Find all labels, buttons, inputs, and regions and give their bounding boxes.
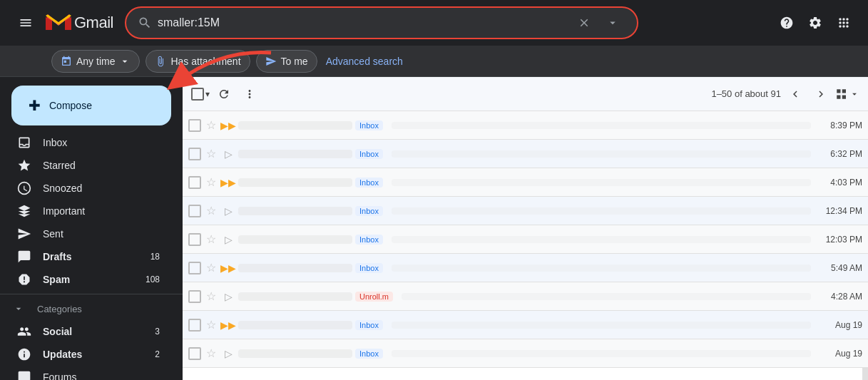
email-row[interactable]: ☆ ▶▶ Inbox Aug 19	[183, 311, 868, 339]
subject-3	[392, 179, 811, 186]
time-5: 12:03 PM	[820, 235, 862, 245]
select-dropdown-button[interactable]: ▾	[205, 89, 210, 99]
subject-7	[402, 293, 811, 300]
email-row[interactable]: ☆ ▷ Inbox Aug 19	[183, 339, 868, 368]
label-3: Inbox	[355, 178, 383, 188]
time-9: Aug 19	[820, 349, 862, 359]
sidebar-item-drafts[interactable]: Drafts 18	[0, 245, 171, 268]
expand-icon	[11, 303, 26, 314]
updates-label: Updates	[43, 349, 143, 360]
time-4: 12:34 PM	[820, 206, 862, 216]
search-options-dropdown[interactable]	[600, 10, 626, 36]
next-page-button[interactable]	[810, 83, 832, 106]
to-me-label: To me	[281, 56, 308, 67]
gmail-logo: Gmail	[46, 10, 113, 36]
menu-icon[interactable]	[11, 9, 40, 37]
forward-icon-9: ▷	[221, 346, 235, 361]
apps-button[interactable]	[831, 10, 857, 36]
email-row[interactable]: ☆ ▷ Unroll.m 4:28 AM	[183, 282, 868, 311]
main: ✚ Compose Inbox Starred Snoozed Im	[0, 77, 868, 380]
email-row[interactable]: ☆ ▶▶ Inbox 8:39 PM	[183, 111, 868, 140]
email-row[interactable]: ☆ ▶▶ Inbox 4:03 PM	[183, 168, 868, 197]
label-9: Inbox	[355, 349, 383, 359]
star-button-7[interactable]: ☆	[204, 289, 218, 304]
search-icon	[138, 16, 152, 30]
sender-8	[238, 321, 352, 329]
more-options-button[interactable]	[238, 83, 261, 106]
forums-icon	[17, 370, 31, 380]
email-row[interactable]: ☆ ▶▶ Inbox 5:49 AM	[183, 254, 868, 282]
topbar-right	[774, 10, 857, 36]
header-actions: ▾	[191, 83, 261, 106]
star-button-9[interactable]: ☆	[204, 346, 218, 361]
any-time-dropdown-icon	[119, 56, 131, 67]
clear-search-button[interactable]	[571, 10, 597, 36]
sender-4	[238, 207, 352, 215]
row-checkbox-9[interactable]	[188, 347, 201, 360]
pagination: 1–50 of about 91	[711, 83, 859, 106]
sidebar-item-snoozed[interactable]: Snoozed	[0, 177, 171, 200]
row-checkbox-6[interactable]	[188, 262, 201, 274]
row-checkbox-8[interactable]	[188, 319, 201, 332]
row-checkbox-5[interactable]	[188, 233, 201, 246]
advanced-search-link[interactable]: Advanced search	[326, 56, 403, 67]
email-row[interactable]: ☆ ▷ Inbox 12:03 PM	[183, 225, 868, 254]
star-button-2[interactable]: ☆	[204, 147, 218, 161]
sidebar-item-inbox[interactable]: Inbox	[0, 131, 171, 154]
row-checkbox-2[interactable]	[188, 148, 201, 160]
sidebar-item-updates[interactable]: Updates 2	[0, 343, 171, 366]
forward-icon-2: ▷	[221, 147, 235, 161]
forward-icon-3: ▶▶	[221, 175, 235, 190]
help-button[interactable]	[774, 10, 800, 36]
settings-button[interactable]	[802, 10, 828, 36]
drafts-label: Drafts	[43, 251, 139, 262]
prev-page-button[interactable]	[784, 83, 807, 106]
star-button-3[interactable]: ☆	[204, 175, 218, 190]
updates-icon	[17, 347, 31, 361]
forward-icon-8: ▶▶	[221, 318, 235, 332]
sidebar-item-starred[interactable]: Starred	[0, 154, 171, 177]
sidebar-item-important[interactable]: Important	[0, 200, 171, 222]
sidebar-item-social[interactable]: Social 3	[0, 320, 171, 343]
label-2: Inbox	[355, 149, 383, 159]
refresh-button[interactable]	[213, 83, 235, 106]
email-list-rows: ☆ ▶▶ Inbox 8:39 PM ☆ ▷ Inbox 6:32 PM ☆ ▶…	[183, 111, 868, 368]
sidebar-item-forums[interactable]: Forums	[0, 366, 171, 380]
to-me-filter[interactable]: To me	[256, 50, 317, 73]
spam-count: 108	[145, 274, 160, 284]
star-button-6[interactable]: ☆	[204, 261, 218, 275]
has-attachment-label: Has attachment	[170, 56, 240, 67]
email-list-container: ▾ 1–50 of about 91	[183, 77, 868, 380]
row-checkbox-1[interactable]	[188, 119, 201, 132]
forward-icon-1: ▶▶	[221, 118, 235, 133]
any-time-filter[interactable]: Any time	[51, 50, 140, 73]
time-7: 4:28 AM	[820, 292, 862, 302]
label-5: Inbox	[355, 235, 383, 245]
compose-button[interactable]: ✚ Compose	[11, 86, 171, 125]
select-all-checkbox[interactable]	[191, 88, 204, 101]
star-button-1[interactable]: ☆	[204, 118, 218, 133]
email-row[interactable]: ☆ ▷ Inbox 6:32 PM	[183, 140, 868, 168]
label-7: Unroll.m	[355, 292, 393, 302]
star-button-4[interactable]: ☆	[204, 204, 218, 218]
star-button-5[interactable]: ☆	[204, 232, 218, 247]
row-checkbox-4[interactable]	[188, 205, 201, 217]
sidebar: ✚ Compose Inbox Starred Snoozed Im	[0, 77, 183, 380]
row-checkbox-7[interactable]	[188, 290, 201, 303]
label-4: Inbox	[355, 206, 383, 216]
forward-icon-6: ▶▶	[221, 261, 235, 275]
starred-icon	[17, 158, 31, 173]
sidebar-item-sent[interactable]: Sent	[0, 222, 171, 245]
topbar: Gmail	[0, 0, 868, 46]
email-row[interactable]: ☆ ▷ Inbox 12:34 PM	[183, 197, 868, 225]
sender-9	[238, 349, 352, 358]
sidebar-item-spam[interactable]: Spam 108	[0, 268, 171, 291]
view-toggle[interactable]	[835, 88, 859, 101]
has-attachment-filter[interactable]: Has attachment	[145, 50, 250, 73]
search-input[interactable]	[158, 16, 566, 29]
pagination-label: 1–50 of about 91	[711, 88, 781, 99]
sender-7	[238, 292, 352, 301]
row-checkbox-3[interactable]	[188, 176, 201, 189]
star-button-8[interactable]: ☆	[204, 318, 218, 332]
social-icon	[17, 324, 31, 339]
